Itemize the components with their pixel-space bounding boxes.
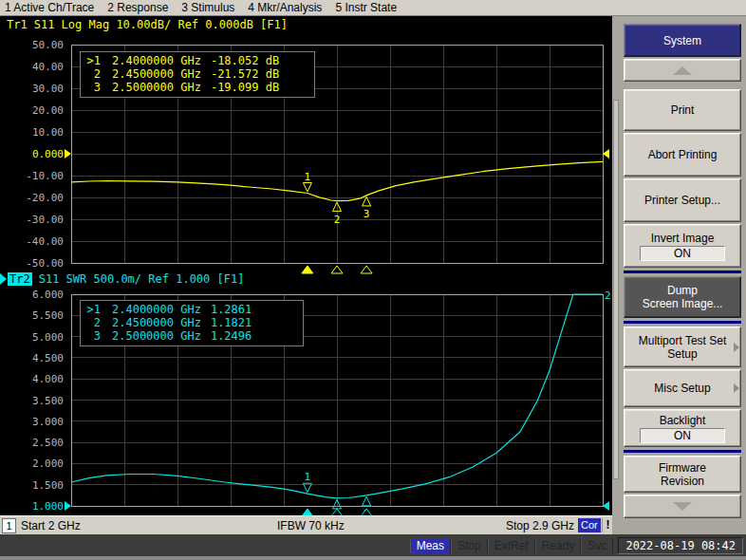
- marker-id: >1: [84, 54, 101, 67]
- menu-instr-state[interactable]: 5 Instr State: [335, 1, 397, 14]
- marker-glyph-icon: [363, 196, 371, 206]
- marker-row: >1 2.4000000 GHz -18.052 dB: [84, 54, 308, 67]
- y-tick-label: 3.000: [32, 416, 64, 428]
- y-tick-label: 0.000: [32, 148, 64, 160]
- marker-row: 3 2.5000000 GHz -19.099 dB: [84, 81, 308, 94]
- marker-id: >1: [84, 303, 101, 316]
- softkey-backlight-button[interactable]: Backlight ON: [624, 409, 741, 447]
- marker-value: -18.052 dB: [211, 54, 279, 67]
- marker-value: -19.099 dB: [211, 81, 279, 94]
- softkey-dump-screen-image-button[interactable]: Dump Screen Image...: [624, 276, 741, 318]
- softkey-multiport-test-set-setup-button[interactable]: Multiport Test Set Setup: [624, 327, 741, 367]
- marker-glyph-icon: [303, 183, 311, 193]
- submenu-arrow-icon: [734, 343, 739, 352]
- menu-stimulus[interactable]: 3 Stimulus: [181, 1, 234, 14]
- submenu-arrow-icon: [734, 383, 739, 393]
- marker-value: 1.2861: [211, 303, 252, 316]
- marker-row: 2 2.4500000 GHz -21.572 dB: [84, 67, 308, 81]
- softkey-label: Dump Screen Image...: [643, 284, 723, 310]
- y-tick-label: -10.00: [26, 170, 64, 182]
- marker-freq: 2.4500000 GHz: [112, 316, 201, 329]
- menu-response[interactable]: 2 Response: [107, 1, 168, 14]
- trace1-header-text: S11 Log Mag 10.00dB/ Ref 0.000dB [F1]: [34, 18, 288, 31]
- status-extref: ExtRef: [488, 538, 535, 553]
- softkey-group-separator: [624, 450, 741, 453]
- y-tick-label: -20.00: [26, 192, 64, 204]
- up-arrow-icon: [673, 66, 692, 75]
- y-tick-label: 2.000: [32, 457, 64, 470]
- softkey-group-separator: [624, 271, 741, 273]
- marker-number: 3: [364, 208, 370, 220]
- marker-number: 2: [334, 214, 341, 226]
- softkey-scroll-up-button[interactable]: [624, 59, 741, 82]
- ref-level-arrow-left-icon: [65, 501, 71, 511]
- marker-glyph-icon: [363, 496, 371, 506]
- softkey-label: Firmware Revision: [659, 461, 706, 488]
- status-stop: Stop: [451, 538, 488, 553]
- stop-frequency: Stop 2.9 GHz: [506, 519, 574, 532]
- menu-active-ch-trace[interactable]: 1 Active Ch/Trace: [5, 1, 94, 14]
- status-meas: Meas: [410, 538, 451, 553]
- marker-row: 2 2.4500000 GHz 1.1821: [84, 316, 297, 329]
- marker-value: 1.1821: [211, 316, 252, 329]
- marker-freq: 2.5000000 GHz: [112, 329, 201, 343]
- softkey-label: Misc Setup: [654, 382, 710, 395]
- softkey-scroll-down-button[interactable]: [624, 495, 741, 518]
- channel-number: 1: [2, 518, 16, 533]
- marker-freq: 2.4000000 GHz: [112, 54, 201, 67]
- y-tick-label: 1.000: [32, 500, 64, 513]
- start-frequency: Start 2 GHz: [21, 519, 81, 532]
- softkey-label: Print: [671, 103, 695, 117]
- marker-number: 1: [305, 171, 311, 183]
- invert-image-on-toggle[interactable]: ON: [640, 246, 725, 261]
- ref-level-arrow-right-icon: [603, 149, 609, 159]
- y-tick-label: 4.000: [32, 373, 64, 385]
- correction-badge: Cor: [578, 518, 601, 532]
- y-tick-label: 4.500: [32, 352, 64, 364]
- y-tick-label: -40.00: [26, 235, 64, 248]
- trace2-header-text: S11 SWR 500.0m/ Ref 1.000 [F1]: [39, 272, 245, 286]
- softkey-firmware-revision-button[interactable]: Firmware Revision: [624, 456, 741, 493]
- trace-number-label: 2: [605, 289, 611, 302]
- menu-bar: 1 Active Ch/Trace 2 Response 3 Stimulus …: [0, 0, 746, 16]
- y-tick-label: -30.00: [26, 214, 64, 226]
- trace2-header: Tr2 S11 SWR 500.0m/ Ref 1.000 [F1]: [0, 272, 244, 286]
- softkey-label: Printer Setup...: [644, 194, 720, 207]
- marker-freq: 2.4000000 GHz: [112, 303, 201, 316]
- softkey-menu-title-label: System: [663, 34, 701, 47]
- marker-freq: 2.4500000 GHz: [112, 67, 201, 81]
- status-ready: Ready: [535, 538, 582, 553]
- menu-mkr-analysis[interactable]: 4 Mkr/Analysis: [248, 1, 322, 14]
- softkey-label: Invert Image: [651, 232, 715, 245]
- marker-row: >1 2.4000000 GHz 1.2861: [84, 303, 297, 316]
- trace1-name[interactable]: Tr1: [7, 18, 28, 31]
- y-tick-label: 5.500: [32, 309, 64, 322]
- ifbw-readout: IFBW 70 kHz: [277, 519, 345, 532]
- backlight-on-toggle[interactable]: ON: [640, 428, 725, 443]
- channel-status-bar: 1 Start 2 GHz IFBW 70 kHz Stop 2.9 GHz C…: [0, 515, 615, 535]
- ref-level-arrow-left-icon: [65, 149, 71, 159]
- softkey-abort-printing-button[interactable]: Abort Printing: [624, 133, 741, 177]
- y-tick-label: 30.00: [32, 83, 64, 95]
- trace1-header: Tr1 S11 Log Mag 10.00dB/ Ref 0.000dB [F1…: [7, 18, 288, 31]
- marker-id: 2: [84, 67, 101, 81]
- softkey-print-button[interactable]: Print: [624, 89, 741, 131]
- marker-2-axis-indicator-icon: [331, 266, 343, 273]
- softkey-label: Abort Printing: [648, 148, 718, 161]
- softkey-group-separator: [624, 321, 741, 324]
- marker-value: 1.2496: [211, 329, 252, 343]
- softkey-misc-setup-button[interactable]: Misc Setup: [624, 369, 741, 407]
- marker-id: 3: [84, 329, 101, 343]
- marker-id: 2: [84, 316, 101, 329]
- trace2-marker-table: >1 2.4000000 GHz 1.2861 2 2.4500000 GHz …: [80, 300, 304, 346]
- softkey-invert-image-button[interactable]: Invert Image ON: [624, 224, 741, 268]
- softkey-scrollbar[interactable]: [613, 100, 619, 479]
- y-tick-label: -50.00: [26, 257, 64, 270]
- trace2-name[interactable]: Tr2: [8, 272, 32, 286]
- softkey-printer-setup-button[interactable]: Printer Setup...: [624, 178, 741, 222]
- softkey-sidebar: System Print Abort Printing Printer Setu…: [612, 16, 746, 534]
- y-tick-label: 1.500: [32, 479, 64, 492]
- screen-bottom-edge: [0, 556, 746, 560]
- marker-id: 3: [84, 81, 101, 94]
- y-tick-label: 10.00: [32, 126, 64, 139]
